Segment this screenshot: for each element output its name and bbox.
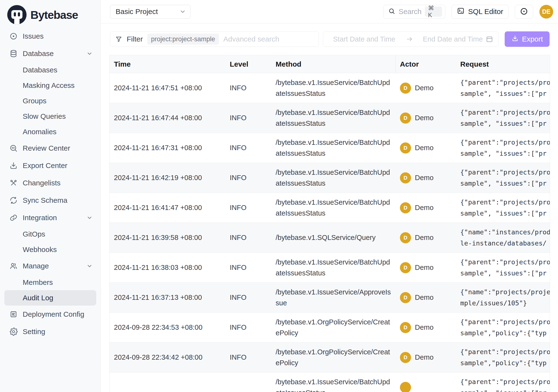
actor-name: Demo xyxy=(415,174,434,182)
sql-editor-button[interactable]: SQL Editor xyxy=(452,5,508,18)
cell-actor: DDemo xyxy=(396,83,456,94)
filter-scope-chip[interactable]: project:project-sample xyxy=(147,34,219,45)
cell-time: 2024-11-21 16:39:58 +08:00 xyxy=(110,234,226,242)
user-avatar[interactable]: DE xyxy=(540,5,553,18)
export-label: Export xyxy=(522,35,543,43)
actor-name: Demo xyxy=(415,204,434,212)
cell-level: INFO xyxy=(226,114,271,122)
audit-log-row[interactable]: 2024-11-21 16:47:31 +08:00INFO/bytebase.… xyxy=(110,133,550,163)
review-center-icon xyxy=(9,143,18,153)
sidebar-item-label: Masking Access xyxy=(23,81,75,89)
column-header-method: Method xyxy=(271,55,396,73)
cell-request: {"parent":"projects/project-sample","pol… xyxy=(456,316,550,339)
actor-name: Demo xyxy=(415,114,434,122)
search-placeholder: Search xyxy=(399,8,421,16)
audit-log-row[interactable]: 2024-11-21 16:37:13 +08:00INFO/bytebase.… xyxy=(110,283,550,313)
chevron-down-icon xyxy=(86,50,93,57)
cell-level: INFO xyxy=(226,174,271,182)
date-range-picker[interactable]: Start Date and Time End Date and Time xyxy=(323,31,498,47)
cell-actor: DDemo xyxy=(396,262,456,273)
request-json-text: {"parent":"projects/project-sample", "is… xyxy=(460,376,550,392)
method-text: /bytebase.v1.IssueService/BatchUpdateIss… xyxy=(276,257,392,279)
sidebar: Bytebase IssuesDatabaseDatabasesMasking … xyxy=(0,0,101,392)
cell-method: /bytebase.v1.SQLService/Query xyxy=(271,232,396,243)
cell-level: INFO xyxy=(226,234,271,242)
sidebar-item-gitops[interactable]: GitOps xyxy=(4,226,96,242)
audit-log-row[interactable]: 2024-11-21 16:47:44 +08:00INFO/bytebase.… xyxy=(110,103,550,133)
sidebar-item-manage[interactable]: Manage xyxy=(4,257,96,275)
actor-avatar: D xyxy=(400,232,411,243)
brand-logo[interactable]: Bytebase xyxy=(0,4,101,25)
filter-row: Filter project:project-sample Advanced s… xyxy=(110,31,558,47)
audit-log-row[interactable]: 2024-11-21 16:41:47 +08:00INFO/bytebase.… xyxy=(110,193,550,223)
audit-log-row[interactable]: 2024-11-21 16:39:58 +08:00INFO/bytebase.… xyxy=(110,223,550,253)
search-input[interactable]: Search ⌘ K xyxy=(383,5,445,18)
sidebar-item-databases[interactable]: Databases xyxy=(4,62,96,78)
sidebar-item-integration[interactable]: Integration xyxy=(4,209,96,226)
audit-log-row[interactable]: 2024-09-28 22:34:42 +08:00INFO/bytebase.… xyxy=(110,342,550,373)
sidebar-item-webhooks[interactable]: Webhooks xyxy=(4,242,96,257)
export-button[interactable]: Export xyxy=(505,31,549,47)
cell-time: 2024-11-21 16:41:47 +08:00 xyxy=(110,204,226,212)
audit-log-row[interactable]: 2024-11-21 16:38:03 +08:00INFO/bytebase.… xyxy=(110,253,550,283)
audit-log-row[interactable]: 2024-11-21 16:42:19 +08:00INFO/bytebase.… xyxy=(110,163,550,193)
sidebar-item-review-center[interactable]: Review Center xyxy=(4,139,96,157)
sidebar-item-label: Groups xyxy=(23,97,46,105)
changelists-icon xyxy=(9,178,18,188)
cell-level: INFO xyxy=(226,264,271,271)
actor-avatar xyxy=(400,382,411,392)
calendar-icon xyxy=(486,35,493,43)
sidebar-item-label: Slow Queries xyxy=(23,112,66,121)
advanced-search-placeholder: Advanced search xyxy=(223,35,279,43)
request-json-text: {"parent":"projects/project-sample", "is… xyxy=(460,77,550,99)
table-header: Time Level Method Actor Request xyxy=(110,55,550,73)
actor-avatar: D xyxy=(400,83,411,94)
column-header-level: Level xyxy=(226,60,271,68)
sidebar-item-label: Database xyxy=(23,50,53,58)
cell-actor: DDemo xyxy=(396,292,456,303)
sidebar-item-label: Deployment Config xyxy=(23,310,84,318)
sidebar-item-sync-schema[interactable]: Sync Schema xyxy=(4,192,96,209)
audit-log-row[interactable]: /bytebase.v1.IssueService/BatchUpdateIss… xyxy=(110,373,550,392)
request-json-text: {"parent":"projects/project-sample", "is… xyxy=(460,167,550,189)
sidebar-item-database[interactable]: Database xyxy=(4,45,96,62)
sidebar-item-members[interactable]: Members xyxy=(4,275,96,290)
sidebar-item-issues[interactable]: Issues xyxy=(4,27,96,45)
cell-request: {"parent":"projects/project-sample", "is… xyxy=(456,137,550,159)
request-json-text: {"parent":"projects/project-sample","pol… xyxy=(460,316,550,339)
sidebar-item-masking-access[interactable]: Masking Access xyxy=(4,78,96,93)
cell-request: {"parent":"projects/project-sample", "is… xyxy=(456,257,550,279)
cell-time: 2024-11-21 16:37:13 +08:00 xyxy=(110,294,226,302)
database-icon xyxy=(9,49,18,58)
actor-name: Demo xyxy=(415,234,434,242)
sidebar-item-anomalies[interactable]: Anomalies xyxy=(4,124,96,139)
circle-dot-icon xyxy=(520,7,528,16)
cell-request: {"name":"instances/prod-sample-instance/… xyxy=(456,227,550,249)
sidebar-item-setting[interactable]: Setting xyxy=(4,323,96,340)
sidebar-item-deployment-config[interactable]: Deployment Config xyxy=(4,305,96,323)
search-icon xyxy=(388,8,395,16)
sidebar-item-slow-queries[interactable]: Slow Queries xyxy=(4,109,96,124)
method-text: /bytebase.v1.IssueService/BatchUpdateIss… xyxy=(276,167,392,189)
brand-name: Bytebase xyxy=(30,8,78,21)
actor-avatar: D xyxy=(400,322,411,333)
cell-actor xyxy=(396,382,456,392)
sidebar-item-changelists[interactable]: Changelists xyxy=(4,174,96,192)
cell-level: INFO xyxy=(226,353,271,361)
audit-log-row[interactable]: 2024-09-28 22:34:53 +08:00INFO/bytebase.… xyxy=(110,313,550,342)
cell-time: 2024-09-28 22:34:42 +08:00 xyxy=(110,353,226,361)
audit-log-row[interactable]: 2024-11-21 16:47:51 +08:00INFO/bytebase.… xyxy=(110,73,550,103)
sidebar-item-export-center[interactable]: Export Center xyxy=(4,157,96,174)
setting-icon xyxy=(9,327,18,337)
filter-search-input[interactable]: Filter project:project-sample Advanced s… xyxy=(110,31,319,47)
cell-level: INFO xyxy=(226,84,271,92)
project-selector[interactable]: Basic Project xyxy=(110,5,191,18)
actor-avatar: D xyxy=(400,292,411,303)
record-status-button[interactable] xyxy=(515,5,533,18)
column-header-time: Time xyxy=(110,60,226,68)
sidebar-item-groups[interactable]: Groups xyxy=(4,93,96,109)
sidebar-item-audit-log[interactable]: Audit Log xyxy=(4,290,96,305)
sidebar-item-label: Integration xyxy=(23,214,57,222)
actor-avatar: D xyxy=(400,262,411,273)
cell-level: INFO xyxy=(226,323,271,331)
